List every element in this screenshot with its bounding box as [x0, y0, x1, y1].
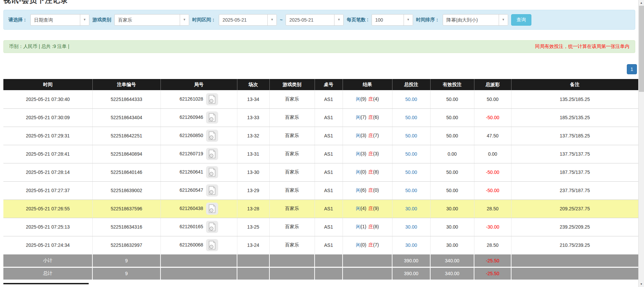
total-bet-cell: 50.00	[392, 181, 430, 200]
select-type-label: 请选择：	[8, 17, 27, 23]
session-cell: 13-24	[237, 236, 269, 254]
page-1-button[interactable]: 1	[627, 64, 637, 74]
time-sort-value: 降幂(由大到小)	[443, 15, 499, 25]
table-no-cell: AS1	[315, 218, 343, 236]
banker-label: 庄	[369, 114, 373, 120]
session-cell: 13-30	[237, 163, 269, 181]
vertical-scrollbar[interactable]: ▲ ▼	[638, 0, 644, 287]
table-row: 2025-05-21 07:24:34 522518632997 6212600…	[3, 236, 638, 254]
video-replay-icon	[208, 95, 216, 104]
table-row: 2025-05-21 07:29:31 522518642251 6212608…	[3, 127, 638, 145]
total-bet-link[interactable]: 50.00	[405, 188, 417, 193]
scrollbar-thumb[interactable]	[639, 6, 644, 92]
video-replay-button[interactable]	[206, 111, 218, 124]
chevron-down-icon: ▼	[271, 18, 274, 21]
table-row: 2025-05-21 07:27:37 522518639002 6212605…	[3, 181, 638, 200]
subtotal-valid-bet: 340.00	[430, 254, 474, 267]
table-no-cell: AS1	[315, 127, 343, 145]
table-row: 2025-05-21 07:28:41 522518640894 6212607…	[3, 145, 638, 163]
date-to-dropdown[interactable]: 2025-05-21 ▼	[286, 14, 344, 26]
scroll-up-arrow-icon[interactable]: ▲	[639, 0, 644, 6]
table-no-cell: AS1	[315, 90, 343, 108]
result-cell: 闲(0)庄(8)	[343, 163, 392, 181]
filter-bar: 请选择： 日期查询 ▼ 游戏类别 百家乐 ▼ 时间区间： 2025-05-21 …	[3, 10, 635, 30]
query-type-dropdown[interactable]: 日期查询 ▼	[30, 14, 89, 26]
total-bet-cell: 50.00	[392, 127, 430, 145]
time-cell: 2025-05-21 07:26:55	[3, 200, 92, 218]
player-score: (0)	[360, 169, 366, 175]
table-row: 2025-05-21 07:28:14 522518640146 6212606…	[3, 163, 638, 181]
player-label: 闲	[356, 187, 360, 193]
banker-score: (6)	[373, 114, 379, 120]
total-bet-cell: 50.00	[392, 108, 430, 127]
payout-cell: 47.50	[474, 127, 511, 145]
date-from-dropdown[interactable]: 2025-05-21 ▼	[219, 14, 277, 26]
video-replay-button[interactable]	[206, 221, 218, 233]
video-replay-button[interactable]	[206, 130, 218, 142]
round-id: 621260068	[179, 242, 203, 247]
game-type-dropdown-button[interactable]: ▼	[180, 15, 189, 25]
table-no-cell: AS1	[315, 145, 343, 163]
summary-bar: 币别：人民币 | 总共 :9 注单 | 同局有效投注，统一计算在该局第一张注单内	[3, 40, 635, 53]
subtotal-count: 9	[92, 254, 160, 267]
banker-label: 庄	[369, 187, 373, 193]
header-time: 时间	[3, 79, 92, 90]
player-score: (0)	[360, 242, 366, 247]
video-replay-button[interactable]	[206, 184, 218, 197]
payout-cell: -30.00	[474, 218, 511, 236]
total-bet-link[interactable]: 50.00	[405, 133, 417, 138]
time-sort-label: 时间排序：	[416, 17, 440, 23]
time-sort-dropdown[interactable]: 降幂(由大到小) ▼	[443, 14, 508, 26]
total-bet-link[interactable]: 50.00	[405, 115, 417, 120]
total-bet-link[interactable]: 50.00	[405, 151, 417, 157]
video-replay-icon	[208, 186, 216, 195]
page-title: 视讯-会员下注记录	[3, 0, 638, 4]
game-type-cell: 百家乐	[269, 181, 315, 200]
time-cell: 2025-05-21 07:25:13	[3, 218, 92, 236]
game-type-cell: 百家乐	[269, 236, 315, 254]
total-bet-link[interactable]: 50.00	[405, 169, 417, 175]
player-score: (7)	[360, 114, 366, 120]
game-type-dropdown[interactable]: 百家乐 ▼	[114, 14, 189, 26]
remark-cell: 137.75/185.25	[511, 127, 638, 145]
result-cell: 闲(3)庄(3)	[343, 145, 392, 163]
bet-id-cell: 522518640146	[92, 163, 160, 181]
bet-id-cell: 522518634316	[92, 218, 160, 236]
total-bet-link[interactable]: 30.00	[405, 242, 417, 248]
subtotal-row: 小计 9 390.00 340.00 -25.50	[3, 254, 638, 267]
session-cell: 13-34	[237, 90, 269, 108]
video-replay-button[interactable]	[206, 148, 218, 160]
banker-score: (0)	[373, 187, 379, 193]
video-replay-button[interactable]	[206, 203, 218, 215]
valid-bet-cell: 50.00	[430, 181, 474, 200]
video-replay-button[interactable]	[206, 166, 218, 178]
player-label: 闲	[356, 96, 360, 102]
time-sort-dropdown-button[interactable]: ▼	[499, 15, 508, 25]
query-type-dropdown-button[interactable]: ▼	[80, 15, 89, 25]
result-cell: 闲(9)庄(4)	[343, 90, 392, 108]
total-bet-link[interactable]: 30.00	[405, 206, 417, 211]
page-size-dropdown-button[interactable]: ▼	[404, 15, 413, 25]
total-bet-link[interactable]: 30.00	[405, 224, 417, 230]
player-score: (4)	[360, 206, 366, 211]
date-to-value: 2025-05-21	[286, 15, 334, 25]
banker-label: 庄	[369, 242, 373, 247]
total-valid-bet: 340.00	[430, 267, 474, 280]
result-cell: 闲(7)庄(6)	[343, 108, 392, 127]
date-from-dropdown-button[interactable]: ▼	[267, 15, 276, 25]
query-type-value: 日期查询	[31, 15, 80, 25]
banker-label: 庄	[369, 133, 373, 138]
date-to-dropdown-button[interactable]: ▼	[334, 15, 343, 25]
valid-bet-cell: 30.00	[430, 200, 474, 218]
time-cell: 2025-05-21 07:30:40	[3, 90, 92, 108]
video-replay-icon	[208, 168, 216, 177]
video-replay-button[interactable]	[206, 239, 218, 251]
chevron-down-icon: ▼	[83, 18, 86, 21]
page-size-dropdown[interactable]: 100 ▼	[372, 14, 413, 26]
search-button[interactable]: 查询	[511, 14, 531, 26]
total-bet-link[interactable]: 50.00	[405, 97, 417, 102]
video-replay-button[interactable]	[206, 93, 218, 105]
banker-label: 庄	[369, 206, 373, 211]
session-cell: 13-25	[237, 218, 269, 236]
scroll-down-arrow-icon[interactable]: ▼	[639, 281, 644, 287]
